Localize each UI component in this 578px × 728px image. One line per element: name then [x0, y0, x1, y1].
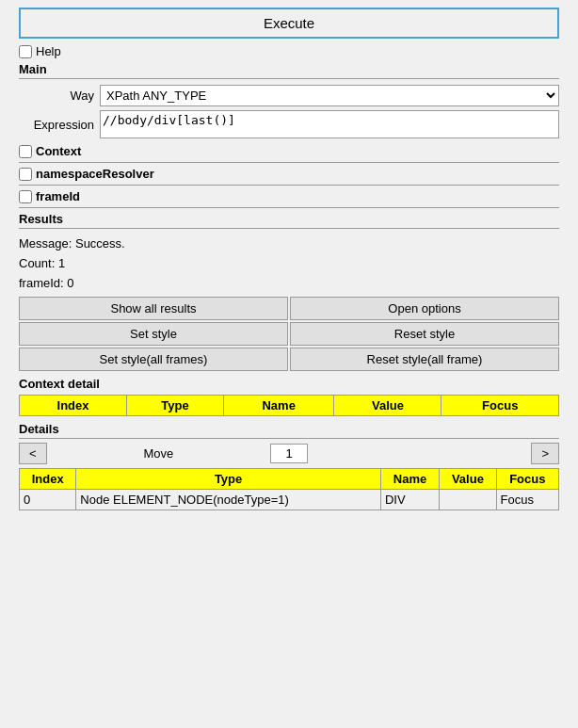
results-count: Count: 1	[19, 254, 559, 274]
namespace-resolver-row: namespaceResolver	[19, 167, 559, 186]
details-col-focus: Focus	[496, 469, 558, 490]
details-col-index: Index	[20, 469, 76, 490]
results-frame-id: frameId: 0	[19, 274, 559, 294]
help-label: Help	[36, 44, 61, 58]
expression-input[interactable]	[100, 110, 559, 138]
reset-style-all-button[interactable]: Reset style(all frame)	[290, 348, 559, 371]
details-col-type: Type	[76, 469, 381, 490]
execute-button[interactable]: Execute	[19, 8, 559, 39]
reset-style-button[interactable]: Reset style	[290, 322, 559, 346]
context-col-name: Name	[223, 396, 334, 416]
details-title: Details	[19, 422, 559, 439]
way-label: Way	[19, 89, 94, 103]
move-label: Move	[47, 446, 270, 461]
details-cell-name: DIV	[380, 490, 439, 510]
frame-id-checkbox[interactable]	[19, 190, 32, 203]
results-title: Results	[19, 212, 559, 229]
main-section: Main Way XPath ANY_TYPE XPath NUMBER_TYP…	[19, 62, 559, 138]
details-col-value: Value	[440, 469, 496, 490]
move-forward-button[interactable]: >	[531, 443, 559, 464]
context-detail-title: Context detail	[19, 377, 559, 391]
context-checkbox[interactable]	[19, 145, 32, 158]
results-message: Message: Success.	[19, 235, 559, 254]
results-info: Message: Success. Count: 1 frameId: 0	[19, 235, 559, 293]
namespace-resolver-label: namespaceResolver	[36, 167, 154, 181]
frame-id-label: frameId	[36, 189, 80, 203]
set-style-all-button[interactable]: Set style(all frames)	[19, 348, 288, 371]
details-cell-type: Node ELEMENT_NODE(nodeType=1)	[76, 490, 381, 510]
context-label: Context	[36, 144, 81, 158]
open-options-button[interactable]: Open options	[290, 297, 559, 320]
expression-row: Expression	[19, 110, 559, 138]
context-col-focus: Focus	[442, 396, 559, 416]
move-back-button[interactable]: <	[19, 443, 47, 464]
action-buttons: Show all results Open options Set style …	[19, 297, 559, 371]
namespace-resolver-checkbox[interactable]	[19, 168, 32, 181]
table-row: 0Node ELEMENT_NODE(nodeType=1)DIVFocus	[20, 490, 559, 510]
show-all-results-button[interactable]: Show all results	[19, 297, 288, 320]
set-style-button[interactable]: Set style	[19, 322, 288, 346]
expression-label: Expression	[19, 118, 94, 132]
frame-id-row: frameId	[19, 189, 559, 208]
details-cell-value	[440, 490, 496, 510]
way-select[interactable]: XPath ANY_TYPE XPath NUMBER_TYPE XPath S…	[100, 85, 559, 106]
way-row: Way XPath ANY_TYPE XPath NUMBER_TYPE XPa…	[19, 85, 559, 106]
move-row: < Move >	[19, 443, 559, 464]
help-row: Help	[19, 44, 559, 58]
details-cell-index: 0	[20, 490, 76, 510]
details-col-name: Name	[380, 469, 439, 490]
context-col-index: Index	[20, 396, 127, 416]
move-number-input[interactable]	[270, 444, 308, 463]
details-cell-focus: Focus	[496, 490, 558, 510]
details-table: Index Type Name Value Focus 0Node ELEMEN…	[19, 468, 559, 510]
context-row: Context	[19, 144, 559, 163]
context-col-value: Value	[334, 396, 442, 416]
context-detail-table: Index Type Name Value Focus	[19, 395, 559, 416]
main-title: Main	[19, 62, 559, 79]
context-col-type: Type	[127, 396, 224, 416]
help-checkbox[interactable]	[19, 45, 32, 58]
